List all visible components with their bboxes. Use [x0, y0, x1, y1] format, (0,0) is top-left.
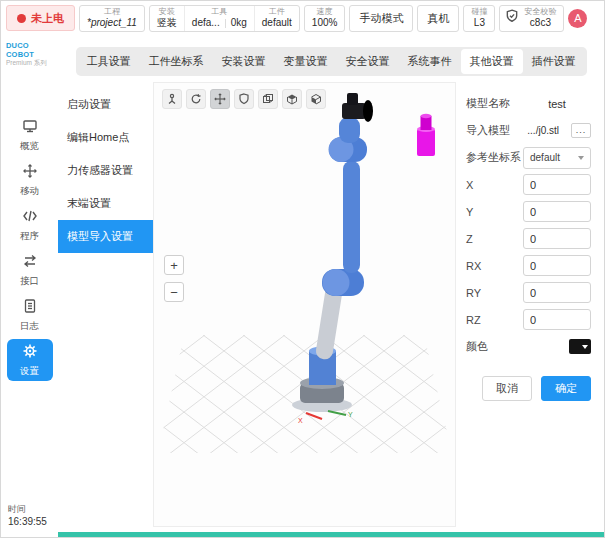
safety-zone-icon[interactable] [234, 89, 254, 109]
sidebar-item-interface[interactable]: 接口 [7, 249, 53, 291]
rx-input[interactable] [523, 255, 591, 276]
power-status-label: 未上电 [31, 11, 64, 26]
tool-selector[interactable]: 工具 defa... 0kg [184, 6, 254, 31]
tab-other-settings[interactable]: 其他设置 [461, 49, 523, 74]
sidebar-item-program[interactable]: 程序 [7, 204, 53, 246]
tool-name: defa... [192, 17, 220, 29]
collision-indicator[interactable]: 碰撞 L3 [463, 5, 495, 32]
safety-label: 安全校验 [524, 7, 556, 17]
reference-frame-row: 参考坐标系 default [466, 144, 591, 171]
z-input[interactable] [523, 228, 591, 249]
reference-frame-value: default [530, 152, 574, 163]
workpiece-label: 工件 [269, 7, 285, 17]
install-value: 竖装 [157, 17, 177, 29]
cube-front-view-icon[interactable] [306, 89, 326, 109]
swap-arrows-icon [22, 253, 38, 273]
submenu-item-end-effector[interactable]: 末端设置 [58, 187, 153, 220]
power-status-icon [17, 14, 26, 23]
submenu-item-force-sensor[interactable]: 力传感器设置 [58, 154, 153, 187]
tool-label: 工具 [211, 7, 227, 17]
cancel-button[interactable]: 取消 [482, 376, 532, 401]
sidebar-item-overview[interactable]: 概览 [7, 114, 53, 156]
speed-cell: 速度 100% [305, 6, 345, 31]
sidebar-item-label: 接口 [20, 275, 39, 288]
tab-system-events[interactable]: 系统事件 [399, 49, 461, 74]
install-label: 安装 [159, 7, 175, 17]
project-selector[interactable]: 工程 *project_11 [79, 5, 145, 32]
import-model-path: .../j0.stl [527, 125, 559, 136]
robot-arm-model: X Y [292, 93, 373, 424]
y-input[interactable] [523, 201, 591, 222]
rx-row: RX [466, 252, 591, 279]
safety-check-indicator[interactable]: 安全校验 c8c3 [499, 5, 564, 32]
brand-title: DUCO COBOT [6, 41, 56, 59]
ry-input[interactable] [523, 282, 591, 303]
pan-view-icon[interactable] [210, 89, 230, 109]
collision-cell: 碰撞 L3 [464, 6, 494, 31]
reference-frame-select[interactable]: default [523, 147, 591, 169]
submenu-item-model-import[interactable]: 模型导入设置 [58, 220, 153, 253]
import-zone: .../j0.stl ... [527, 123, 591, 138]
import-model-row: 导入模型 .../j0.stl ... [466, 117, 591, 144]
tab-tool-settings[interactable]: 工具设置 [78, 49, 140, 74]
code-icon [22, 208, 38, 228]
sidebar-item-label: 概览 [20, 140, 39, 153]
brand-subtitle: Premium 系列 [6, 59, 56, 68]
y-row: Y [466, 198, 591, 225]
workpiece-selector[interactable]: 工件 default [254, 6, 299, 31]
tab-plugin-settings[interactable]: 插件设置 [523, 49, 585, 74]
tcp-frame-icon[interactable] [162, 89, 182, 109]
power-status-button[interactable]: 未上电 [6, 5, 75, 31]
project-value: *project_11 [87, 17, 137, 29]
real-machine-button[interactable]: 真机 [417, 5, 459, 32]
robot-3d-scene[interactable]: X Y [154, 83, 455, 526]
ry-label: RY [466, 287, 481, 299]
zoom-controls: + − [164, 255, 184, 302]
tab-safety-settings[interactable]: 安全设置 [337, 49, 399, 74]
submenu-item-edit-home[interactable]: 编辑Home点 [58, 121, 153, 154]
settings-submenu: 启动设置 编辑Home点 力传感器设置 末端设置 模型导入设置 [58, 82, 153, 531]
rz-input[interactable] [523, 309, 591, 330]
x-input[interactable] [523, 174, 591, 195]
system-time: 时间 16:39:55 [1, 503, 58, 537]
robot-control-app: 未上电 工程 *project_11 安装 竖装 工具 defa... 0kg [0, 0, 605, 538]
color-label: 颜色 [466, 339, 488, 354]
rz-label: RZ [466, 314, 481, 326]
sidebar-item-settings[interactable]: 设置 [7, 339, 53, 381]
zoom-out-button[interactable]: − [164, 282, 184, 302]
speed-selector[interactable]: 速度 100% [304, 5, 346, 32]
manual-mode-button[interactable]: 手动模式 [349, 5, 413, 32]
tab-install-settings[interactable]: 安装设置 [213, 49, 275, 74]
sidebar-item-label: 程序 [20, 230, 39, 243]
robot-config-group: 安装 竖装 工具 defa... 0kg 工件 default [149, 5, 300, 32]
zoom-in-button[interactable]: + [164, 255, 184, 275]
speed-value: 100% [312, 17, 338, 29]
sidebar-nav: 概览 移动 程序 接口 日志 设置 [1, 114, 58, 381]
browse-file-button[interactable]: ... [571, 123, 591, 138]
project-label: 工程 [104, 7, 120, 17]
submenu-item-startup[interactable]: 启动设置 [58, 88, 153, 121]
robot-3d-viewport[interactable]: + − [153, 82, 456, 527]
chevron-down-icon [578, 156, 584, 160]
model-import-form: 模型名称 test 导入模型 .../j0.stl ... 参考坐标系 defa… [456, 82, 604, 531]
collision-label: 碰撞 [471, 7, 487, 17]
axis-y-label: Y [348, 411, 353, 418]
color-picker[interactable] [569, 339, 591, 354]
sidebar-item-move[interactable]: 移动 [7, 159, 53, 201]
sidebar-item-log[interactable]: 日志 [7, 294, 53, 336]
confirm-button[interactable]: 确定 [541, 376, 591, 401]
move-arrows-icon [22, 163, 38, 183]
tab-workpiece-frame[interactable]: 工件坐标系 [140, 49, 213, 74]
sidebar-item-label: 日志 [20, 320, 39, 333]
install-selector[interactable]: 安装 竖装 [150, 6, 184, 31]
project-cell: 工程 *project_11 [80, 6, 144, 31]
time-value: 16:39:55 [8, 516, 58, 527]
reference-frame-label: 参考坐标系 [466, 150, 521, 165]
cube-top-view-icon[interactable] [282, 89, 302, 109]
settings-content: 启动设置 编辑Home点 力传感器设置 末端设置 模型导入设置 [58, 82, 604, 531]
workpiece-value: default [262, 17, 292, 29]
tab-variable-settings[interactable]: 变量设置 [275, 49, 337, 74]
cube-wire-icon[interactable] [258, 89, 278, 109]
avatar[interactable]: A [568, 9, 587, 28]
rotate-view-icon[interactable] [186, 89, 206, 109]
